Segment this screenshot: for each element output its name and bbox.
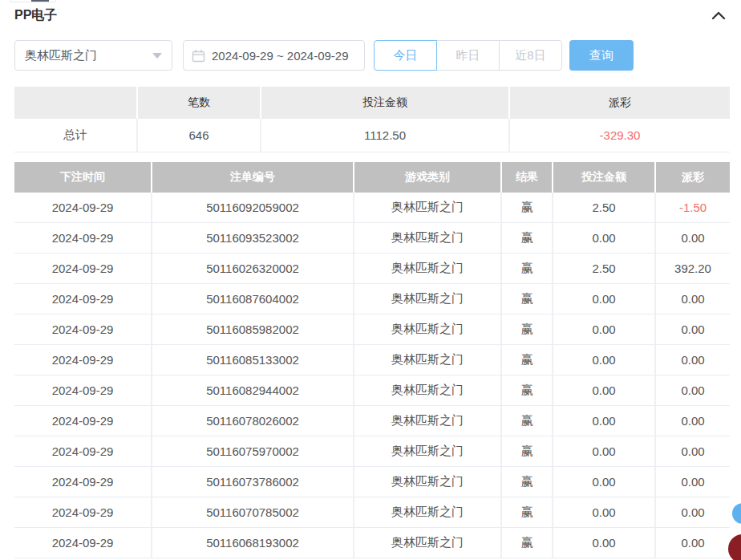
chevron-down-icon xyxy=(152,53,162,59)
table-row: 2024-09-2950116026320002奥林匹斯之门赢2.50392.2… xyxy=(14,254,730,284)
cell-date: 2024-09-29 xyxy=(14,497,151,527)
header-result: 结果 xyxy=(502,162,552,193)
summary-header-row: 笔数 投注金额 派彩 xyxy=(14,87,730,119)
calendar-icon xyxy=(192,49,205,63)
cell-game: 奥林匹斯之门 xyxy=(354,375,500,405)
summary-count-value: 646 xyxy=(138,119,260,152)
search-button[interactable]: 查询 xyxy=(569,40,634,71)
cell-date: 2024-09-29 xyxy=(14,436,151,466)
cell-bet: 0.00 xyxy=(553,436,654,466)
today-button[interactable]: 今日 xyxy=(374,40,437,71)
cell-result: 赢 xyxy=(502,345,552,375)
cell-game: 奥林匹斯之门 xyxy=(354,345,500,375)
cell-order-no: 50116070785002 xyxy=(152,497,353,527)
cell-payout: 0.00 xyxy=(656,497,730,527)
cell-payout: -1.50 xyxy=(656,193,730,222)
page-title: PP电子 xyxy=(14,7,57,24)
filter-controls: 奥林匹斯之门 2024-09-29 ~ 2024-09-29 今日 昨日 近8日… xyxy=(14,40,634,71)
table-row: 2024-09-2950116087604002奥林匹斯之门赢0.000.00 xyxy=(14,284,730,314)
summary-total-label: 总计 xyxy=(14,119,136,152)
cell-order-no: 50116073786002 xyxy=(152,467,353,497)
summary-table: 笔数 投注金额 派彩 总计 646 1112.50 -329.30 xyxy=(14,87,730,152)
cell-result: 赢 xyxy=(502,284,552,314)
cell-bet: 0.00 xyxy=(553,467,654,497)
summary-payout-value: -329.30 xyxy=(510,119,730,152)
table-row: 2024-09-2950116070785002奥林匹斯之门赢0.000.00 xyxy=(14,497,730,528)
cell-result: 赢 xyxy=(502,436,552,466)
cell-payout: 0.00 xyxy=(656,467,730,497)
cell-game: 奥林匹斯之门 xyxy=(354,497,500,527)
cell-order-no: 50116087604002 xyxy=(152,284,353,314)
cell-game: 奥林匹斯之门 xyxy=(354,406,500,436)
cell-game: 奥林匹斯之门 xyxy=(354,467,500,497)
cell-order-no: 50116085133002 xyxy=(152,345,353,375)
cell-result: 赢 xyxy=(502,467,552,497)
cell-payout: 0.00 xyxy=(656,284,730,314)
table-row: 2024-09-2950116082944002奥林匹斯之门赢0.000.00 xyxy=(14,375,730,406)
cell-result: 赢 xyxy=(502,254,552,283)
quick-filter-group: 今日 昨日 近8日 xyxy=(374,40,562,71)
cell-result: 赢 xyxy=(502,193,552,222)
cell-order-no: 50116026320002 xyxy=(152,254,353,283)
cell-game: 奥林匹斯之门 xyxy=(354,528,500,558)
table-row: 2024-09-2950116075970002奥林匹斯之门赢0.000.00 xyxy=(14,436,730,467)
yesterday-button[interactable]: 昨日 xyxy=(436,40,500,71)
cell-bet: 0.00 xyxy=(553,497,654,527)
header-bet-time: 下注时间 xyxy=(14,162,151,193)
cell-bet: 0.00 xyxy=(553,406,654,436)
cell-order-no: 50116092059002 xyxy=(152,193,353,222)
table-row: 2024-09-2950116085982002奥林匹斯之门赢0.000.00 xyxy=(14,314,730,345)
cell-bet: 0.00 xyxy=(553,375,654,405)
cell-payout: 0.00 xyxy=(656,528,730,558)
bet-table-header-row: 下注时间 注单编号 游戏类别 结果 投注金额 派彩 xyxy=(14,162,730,193)
summary-header-bet-amount: 投注金额 xyxy=(261,87,508,119)
bet-table-body: 2024-09-2950116092059002奥林匹斯之门赢2.50-1.50… xyxy=(14,193,730,558)
cell-bet: 0.00 xyxy=(553,345,654,375)
date-range-value: 2024-09-29 ~ 2024-09-29 xyxy=(212,49,349,63)
cell-order-no: 50116085982002 xyxy=(152,314,353,344)
cell-date: 2024-09-29 xyxy=(14,467,151,497)
floating-service-blue-button[interactable] xyxy=(732,503,741,524)
cell-date: 2024-09-29 xyxy=(14,223,151,253)
cell-payout: 0.00 xyxy=(656,314,730,344)
cell-bet: 0.00 xyxy=(553,528,654,558)
cell-date: 2024-09-29 xyxy=(14,284,151,314)
cell-order-no: 50116075970002 xyxy=(152,436,353,466)
header-payout: 派彩 xyxy=(656,162,730,193)
bet-table: 下注时间 注单编号 游戏类别 结果 投注金额 派彩 2024-09-295011… xyxy=(14,162,730,558)
chevron-up-icon[interactable] xyxy=(710,9,727,22)
header-order-number: 注单编号 xyxy=(152,162,353,193)
game-select[interactable]: 奥林匹斯之门 xyxy=(14,40,172,71)
table-row: 2024-09-2950116078026002奥林匹斯之门赢0.000.00 xyxy=(14,406,730,436)
cell-game: 奥林匹斯之门 xyxy=(354,254,500,283)
cell-payout: 0.00 xyxy=(656,406,730,436)
date-range-input[interactable]: 2024-09-29 ~ 2024-09-29 xyxy=(183,40,365,71)
cell-bet: 0.00 xyxy=(553,284,654,314)
cell-game: 奥林匹斯之门 xyxy=(354,436,500,466)
floating-service-red-button[interactable] xyxy=(728,534,741,560)
table-row: 2024-09-2950116092059002奥林匹斯之门赢2.50-1.50 xyxy=(14,193,730,223)
cell-payout: 0.00 xyxy=(656,223,730,253)
last-8-days-button[interactable]: 近8日 xyxy=(499,40,562,71)
summary-header-count: 笔数 xyxy=(138,87,260,119)
cell-payout: 392.20 xyxy=(656,254,730,283)
table-row: 2024-09-2950116093523002奥林匹斯之门赢0.000.00 xyxy=(14,223,730,254)
cell-date: 2024-09-29 xyxy=(14,254,151,283)
summary-header-empty xyxy=(14,87,136,119)
cell-game: 奥林匹斯之门 xyxy=(354,223,500,253)
cell-result: 赢 xyxy=(502,528,552,558)
cell-order-no: 50116082944002 xyxy=(152,375,353,405)
cell-bet: 2.50 xyxy=(553,193,654,222)
cell-result: 赢 xyxy=(502,223,552,253)
cell-order-no: 50116068193002 xyxy=(152,528,353,558)
summary-bet-amount-value: 1112.50 xyxy=(261,119,508,152)
cutoff-element xyxy=(10,0,56,2)
cell-bet: 2.50 xyxy=(553,254,654,283)
cell-game: 奥林匹斯之门 xyxy=(354,284,500,314)
cell-payout: 0.00 xyxy=(656,436,730,466)
cell-date: 2024-09-29 xyxy=(14,406,151,436)
cell-payout: 0.00 xyxy=(656,375,730,405)
cell-game: 奥林匹斯之门 xyxy=(354,193,500,222)
cell-result: 赢 xyxy=(502,406,552,436)
summary-total-row: 总计 646 1112.50 -329.30 xyxy=(14,119,730,152)
